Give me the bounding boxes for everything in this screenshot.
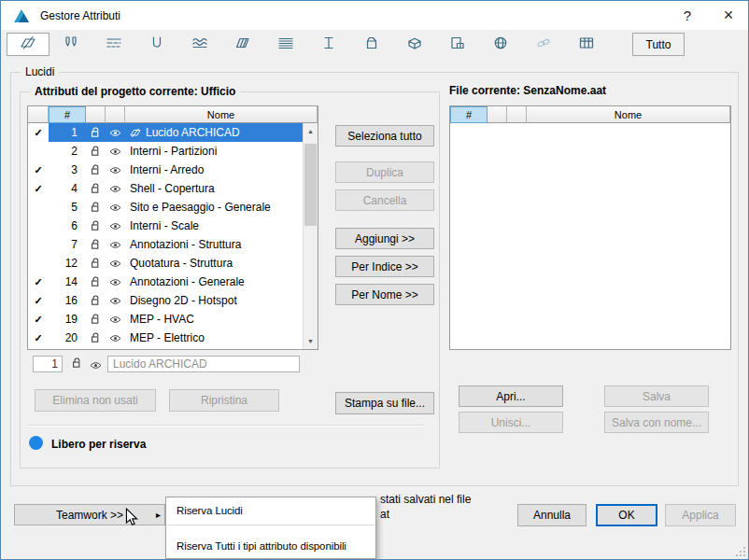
edit-layer-name-field[interactable]: Lucido ARCHICAD	[107, 356, 300, 372]
row-name[interactable]: Interni - Partizioni	[125, 142, 303, 161]
lock-icon[interactable]	[86, 329, 106, 347]
row-name[interactable]: Interni - Arredo	[125, 161, 303, 179]
scroll-thumb[interactable]	[304, 144, 317, 226]
eye-icon[interactable]	[106, 198, 125, 217]
tab-tipi-linea[interactable]	[92, 33, 135, 56]
layer-row[interactable]: 7Annotazioni - Struttura	[28, 235, 303, 254]
resize-grip[interactable]	[735, 546, 746, 557]
tab-profilo-acciaio[interactable]	[307, 33, 350, 56]
tab-collegamenti[interactable]	[522, 33, 565, 56]
lock-icon[interactable]	[86, 142, 106, 161]
eye-icon[interactable]	[106, 179, 125, 198]
lock-icon[interactable]	[86, 310, 106, 329]
lock-icon[interactable]	[86, 198, 106, 217]
tab-citta[interactable]	[479, 33, 522, 56]
eye-icon[interactable]	[106, 217, 125, 235]
layer-row[interactable]: ✓1Lucido ARCHICAD	[28, 123, 303, 142]
eye-icon[interactable]	[106, 273, 125, 291]
row-check[interactable]: ✓	[28, 161, 49, 179]
lock-icon[interactable]	[86, 254, 106, 273]
open-button[interactable]: Apri...	[459, 385, 563, 407]
by-name-button[interactable]: Per Nome >>	[335, 284, 434, 305]
row-check[interactable]: ✓	[28, 123, 49, 142]
menu-item-riserva-tutti[interactable]: Riserva Tutti i tipi attributo disponibi…	[167, 536, 374, 555]
column-header-lock[interactable]	[488, 106, 507, 123]
lock-icon[interactable]	[86, 273, 106, 291]
column-header-name[interactable]: Nome	[527, 106, 730, 123]
tab-materiali[interactable]	[393, 33, 436, 56]
row-check[interactable]	[28, 198, 49, 217]
row-check[interactable]: ✓	[28, 329, 49, 347]
row-name[interactable]: Disegno 2D - Hotspot	[125, 291, 303, 310]
delete-button[interactable]: Cancella	[335, 189, 434, 211]
row-name[interactable]: Annotazioni - Struttura	[125, 235, 303, 254]
select-all-button[interactable]: Seleziona tutto	[335, 125, 434, 147]
merge-button[interactable]: Unisci...	[459, 412, 563, 433]
tab-sistemi-mep[interactable]	[565, 33, 608, 56]
ok-button[interactable]: OK	[596, 504, 657, 526]
append-button[interactable]: Aggiungi >>	[335, 228, 434, 249]
row-name[interactable]: MEP - Elettrico	[125, 329, 303, 347]
layer-row[interactable]: ✓19MEP - HVAC	[28, 310, 303, 329]
edit-layer-number-field[interactable]: 1	[33, 356, 63, 372]
tab-profili[interactable]	[221, 33, 264, 56]
tab-retini[interactable]	[135, 33, 178, 56]
tab-operazioni[interactable]	[350, 33, 393, 56]
tab-stratificati[interactable]	[178, 33, 221, 56]
cancel-button[interactable]: Annulla	[517, 504, 586, 526]
scroll-down-icon[interactable]: ▼	[304, 334, 318, 348]
layer-row[interactable]: 6Interni - Scale	[28, 217, 303, 235]
row-check[interactable]: ✓	[28, 291, 49, 310]
tab-categorie-zona[interactable]	[436, 33, 479, 56]
lock-icon[interactable]	[86, 235, 106, 254]
layer-row[interactable]: ✓20MEP - Elettrico	[28, 329, 303, 347]
restore-button[interactable]: Ripristina	[169, 389, 279, 412]
eye-icon[interactable]	[106, 254, 125, 273]
eye-icon[interactable]	[106, 291, 125, 310]
row-name[interactable]: Shell - Copertura	[125, 179, 303, 198]
delete-unused-button[interactable]: Elimina non usati	[35, 389, 156, 412]
eye-icon[interactable]	[106, 142, 125, 161]
row-name[interactable]: Interni - Scale	[125, 217, 303, 235]
eye-icon[interactable]	[106, 329, 125, 347]
eye-icon[interactable]	[106, 235, 125, 254]
row-name[interactable]: Sito e Paesaggio - Generale	[125, 198, 303, 217]
lock-icon[interactable]	[86, 291, 106, 310]
close-button[interactable]: ×	[709, 1, 748, 30]
tab-lucidi[interactable]	[7, 33, 49, 56]
column-header-number[interactable]: #	[49, 106, 86, 123]
apply-button[interactable]: Applica	[665, 504, 736, 526]
row-name[interactable]: MEP - HVAC	[125, 310, 303, 329]
eye-icon[interactable]	[106, 310, 125, 329]
row-check[interactable]	[28, 217, 49, 235]
vertical-scrollbar[interactable]: ▲ ▼	[303, 123, 318, 349]
layer-row[interactable]: ✓3Interni - Arredo	[28, 161, 303, 179]
lock-icon[interactable]	[86, 123, 106, 142]
tab-penne[interactable]	[49, 33, 92, 56]
eye-icon[interactable]	[90, 359, 102, 372]
layer-row[interactable]: ✓16Disegno 2D - Hotspot	[28, 291, 303, 310]
lock-icon[interactable]	[86, 179, 106, 198]
row-name[interactable]: Annotazioni - Generale	[125, 273, 303, 291]
by-index-button[interactable]: Per Indice >>	[335, 256, 434, 277]
eye-icon[interactable]	[106, 161, 125, 179]
column-header-visibility[interactable]	[106, 106, 125, 123]
menu-item-riserva-lucidi[interactable]: Riserva Lucidi	[167, 500, 374, 520]
layer-row[interactable]: 12Quotatura - Struttura	[28, 254, 303, 273]
row-check[interactable]: ✓	[28, 179, 49, 198]
tab-superfici[interactable]	[264, 33, 307, 56]
row-check[interactable]	[28, 254, 49, 273]
column-header-number[interactable]: #	[450, 106, 488, 123]
save-as-button[interactable]: Salva con nome...	[604, 412, 709, 433]
layer-row[interactable]: ✓4Shell - Copertura	[28, 179, 303, 198]
column-header-name[interactable]: Nome	[125, 106, 318, 123]
row-check[interactable]: ✓	[28, 310, 49, 329]
lock-icon[interactable]	[86, 217, 106, 235]
layer-row[interactable]: 5Sito e Paesaggio - Generale	[28, 198, 303, 217]
teamwork-button[interactable]: Teamwork >> ▸	[14, 504, 165, 525]
duplicate-button[interactable]: Duplica	[335, 161, 434, 183]
eye-icon[interactable]	[106, 123, 125, 142]
tab-tutto[interactable]: Tutto	[632, 33, 685, 56]
column-header-visibility[interactable]	[507, 106, 527, 123]
column-header-check[interactable]	[28, 106, 49, 123]
